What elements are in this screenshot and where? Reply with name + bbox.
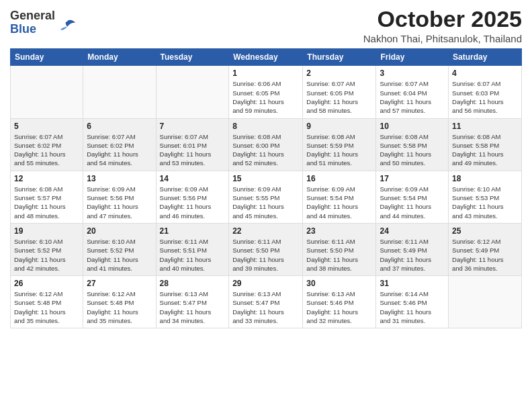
title-block: October 2025 Nakhon Thai, Phitsanulok, T…: [363, 7, 522, 44]
day-info: Sunrise: 6:13 AM Sunset: 5:46 PM Dayligh…: [306, 289, 372, 325]
calendar-cell: 8Sunrise: 6:08 AM Sunset: 6:00 PM Daylig…: [229, 118, 303, 171]
weekday-header-wednesday: Wednesday: [229, 49, 303, 66]
day-info: Sunrise: 6:07 AM Sunset: 6:01 PM Dayligh…: [160, 132, 226, 168]
calendar-cell: 25Sunrise: 6:12 AM Sunset: 5:49 PM Dayli…: [449, 223, 522, 275]
day-number: 19: [14, 226, 79, 236]
calendar-cell: [11, 66, 83, 118]
day-number: 30: [306, 279, 372, 288]
day-info: Sunrise: 6:10 AM Sunset: 5:53 PM Dayligh…: [452, 185, 518, 220]
day-number: 14: [160, 174, 226, 183]
calendar-cell: 27Sunrise: 6:12 AM Sunset: 5:48 PM Dayli…: [83, 276, 156, 328]
day-info: Sunrise: 6:07 AM Sunset: 6:04 PM Dayligh…: [380, 79, 445, 115]
calendar-cell: 13Sunrise: 6:09 AM Sunset: 5:56 PM Dayli…: [83, 171, 156, 223]
calendar-cell: 5Sunrise: 6:07 AM Sunset: 6:02 PM Daylig…: [11, 118, 83, 171]
day-number: 8: [232, 122, 299, 131]
calendar-cell: 17Sunrise: 6:09 AM Sunset: 5:54 PM Dayli…: [376, 171, 449, 223]
day-number: 2: [306, 68, 372, 78]
day-info: Sunrise: 6:07 AM Sunset: 6:02 PM Dayligh…: [87, 132, 152, 168]
day-number: 31: [380, 279, 445, 288]
day-info: Sunrise: 6:09 AM Sunset: 5:56 PM Dayligh…: [160, 185, 226, 220]
weekday-header-saturday: Saturday: [449, 49, 522, 66]
calendar-cell: 16Sunrise: 6:09 AM Sunset: 5:54 PM Dayli…: [303, 171, 376, 223]
day-info: Sunrise: 6:09 AM Sunset: 5:54 PM Dayligh…: [380, 185, 445, 220]
day-info: Sunrise: 6:09 AM Sunset: 5:55 PM Dayligh…: [232, 185, 299, 220]
day-info: Sunrise: 6:08 AM Sunset: 5:58 PM Dayligh…: [452, 132, 518, 168]
day-number: 16: [306, 174, 372, 183]
day-info: Sunrise: 6:11 AM Sunset: 5:50 PM Dayligh…: [306, 237, 372, 273]
day-info: Sunrise: 6:07 AM Sunset: 6:03 PM Dayligh…: [452, 79, 518, 115]
calendar-cell: 10Sunrise: 6:08 AM Sunset: 5:58 PM Dayli…: [376, 118, 449, 171]
calendar-week-5: 26Sunrise: 6:12 AM Sunset: 5:48 PM Dayli…: [11, 276, 522, 328]
day-number: 27: [87, 279, 152, 288]
calendar-cell: 2Sunrise: 6:07 AM Sunset: 6:05 PM Daylig…: [303, 66, 376, 118]
logo-general-text: General: [10, 9, 55, 22]
calendar-cell: 3Sunrise: 6:07 AM Sunset: 6:04 PM Daylig…: [376, 66, 449, 118]
logo-bird-icon: [58, 17, 77, 36]
calendar-cell: 28Sunrise: 6:13 AM Sunset: 5:47 PM Dayli…: [156, 276, 229, 328]
day-number: 17: [380, 174, 445, 183]
calendar-cell: 12Sunrise: 6:08 AM Sunset: 5:57 PM Dayli…: [11, 171, 83, 223]
calendar-week-1: 1Sunrise: 6:06 AM Sunset: 6:05 PM Daylig…: [11, 66, 522, 118]
day-info: Sunrise: 6:06 AM Sunset: 6:05 PM Dayligh…: [232, 79, 299, 115]
day-number: 7: [160, 122, 226, 131]
calendar-cell: 18Sunrise: 6:10 AM Sunset: 5:53 PM Dayli…: [449, 171, 522, 223]
day-info: Sunrise: 6:08 AM Sunset: 5:57 PM Dayligh…: [14, 185, 79, 220]
day-number: 12: [14, 174, 79, 183]
weekday-header-friday: Friday: [376, 49, 449, 66]
calendar-table: SundayMondayTuesdayWednesdayThursdayFrid…: [10, 48, 522, 328]
calendar-cell: 23Sunrise: 6:11 AM Sunset: 5:50 PM Dayli…: [303, 223, 376, 275]
calendar-week-3: 12Sunrise: 6:08 AM Sunset: 5:57 PM Dayli…: [11, 171, 522, 223]
calendar-cell: 26Sunrise: 6:12 AM Sunset: 5:48 PM Dayli…: [11, 276, 83, 328]
day-number: 9: [306, 122, 372, 131]
day-info: Sunrise: 6:12 AM Sunset: 5:48 PM Dayligh…: [14, 289, 79, 325]
day-number: 23: [306, 226, 372, 236]
calendar-cell: 11Sunrise: 6:08 AM Sunset: 5:58 PM Dayli…: [449, 118, 522, 171]
day-info: Sunrise: 6:08 AM Sunset: 5:59 PM Dayligh…: [306, 132, 372, 168]
calendar-cell: 24Sunrise: 6:11 AM Sunset: 5:49 PM Dayli…: [376, 223, 449, 275]
day-info: Sunrise: 6:11 AM Sunset: 5:50 PM Dayligh…: [232, 237, 299, 273]
day-info: Sunrise: 6:09 AM Sunset: 5:54 PM Dayligh…: [306, 185, 372, 220]
day-number: 24: [380, 226, 445, 236]
calendar-cell: 1Sunrise: 6:06 AM Sunset: 6:05 PM Daylig…: [229, 66, 303, 118]
day-info: Sunrise: 6:12 AM Sunset: 5:48 PM Dayligh…: [87, 289, 152, 325]
title-location: Nakhon Thai, Phitsanulok, Thailand: [363, 33, 522, 44]
day-number: 25: [452, 226, 518, 236]
calendar-cell: 21Sunrise: 6:11 AM Sunset: 5:51 PM Dayli…: [156, 223, 229, 275]
day-number: 20: [87, 226, 152, 236]
day-number: 18: [452, 174, 518, 183]
day-info: Sunrise: 6:10 AM Sunset: 5:52 PM Dayligh…: [14, 237, 79, 273]
day-info: Sunrise: 6:13 AM Sunset: 5:47 PM Dayligh…: [160, 289, 226, 325]
day-info: Sunrise: 6:11 AM Sunset: 5:49 PM Dayligh…: [380, 237, 445, 273]
weekday-header-row: SundayMondayTuesdayWednesdayThursdayFrid…: [11, 49, 522, 66]
day-number: 6: [87, 122, 152, 131]
weekday-header-tuesday: Tuesday: [156, 49, 229, 66]
logo-blue-text: Blue: [10, 22, 36, 36]
day-number: 29: [232, 279, 299, 288]
day-info: Sunrise: 6:07 AM Sunset: 6:05 PM Dayligh…: [306, 79, 372, 115]
day-number: 28: [160, 279, 226, 288]
calendar-cell: 22Sunrise: 6:11 AM Sunset: 5:50 PM Dayli…: [229, 223, 303, 275]
day-number: 26: [14, 279, 79, 288]
day-number: 15: [232, 174, 299, 183]
day-info: Sunrise: 6:12 AM Sunset: 5:49 PM Dayligh…: [452, 237, 518, 273]
calendar-cell: 30Sunrise: 6:13 AM Sunset: 5:46 PM Dayli…: [303, 276, 376, 328]
day-number: 10: [380, 122, 445, 131]
calendar-cell: [83, 66, 156, 118]
day-info: Sunrise: 6:07 AM Sunset: 6:02 PM Dayligh…: [14, 132, 79, 168]
calendar-cell: 6Sunrise: 6:07 AM Sunset: 6:02 PM Daylig…: [83, 118, 156, 171]
calendar-cell: 7Sunrise: 6:07 AM Sunset: 6:01 PM Daylig…: [156, 118, 229, 171]
calendar-cell: 29Sunrise: 6:13 AM Sunset: 5:47 PM Dayli…: [229, 276, 303, 328]
calendar-cell: 15Sunrise: 6:09 AM Sunset: 5:55 PM Dayli…: [229, 171, 303, 223]
weekday-header-sunday: Sunday: [11, 49, 83, 66]
calendar-cell: [156, 66, 229, 118]
weekday-header-monday: Monday: [83, 49, 156, 66]
day-number: 13: [87, 174, 152, 183]
calendar-cell: 31Sunrise: 6:14 AM Sunset: 5:46 PM Dayli…: [376, 276, 449, 328]
calendar-cell: 20Sunrise: 6:10 AM Sunset: 5:52 PM Dayli…: [83, 223, 156, 275]
logo: General Blue: [10, 9, 77, 36]
page: General Blue October 2025 Nakhon Thai, P…: [0, 0, 532, 411]
day-info: Sunrise: 6:13 AM Sunset: 5:47 PM Dayligh…: [232, 289, 299, 325]
day-number: 1: [232, 68, 299, 78]
calendar-cell: 14Sunrise: 6:09 AM Sunset: 5:56 PM Dayli…: [156, 171, 229, 223]
day-number: 11: [452, 122, 518, 131]
